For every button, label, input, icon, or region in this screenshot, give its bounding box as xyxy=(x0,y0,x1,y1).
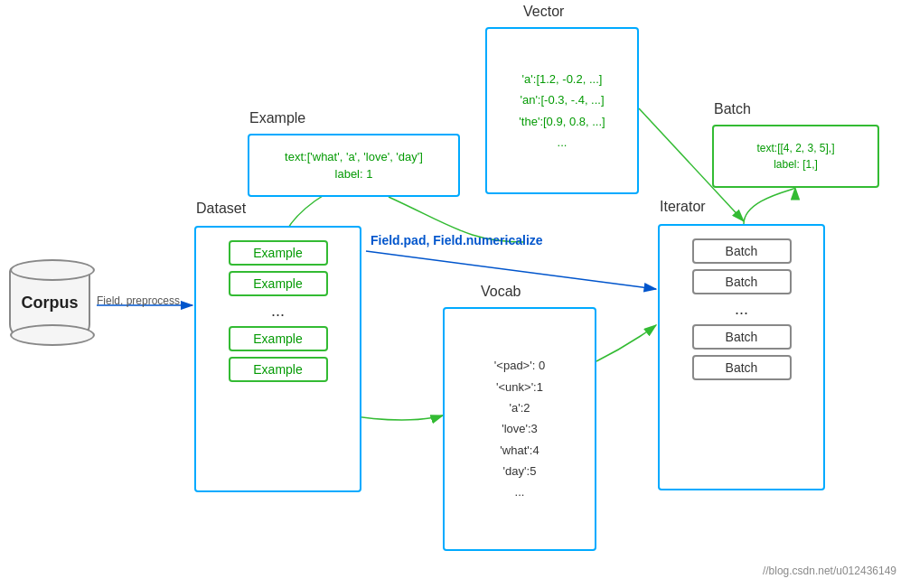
iterator-batch-1: Batch xyxy=(692,238,792,264)
vocab-line1: '<pad>': 0 xyxy=(494,359,545,372)
iterator-title: Iterator xyxy=(660,199,706,215)
example-line2: label: 1 xyxy=(335,167,373,181)
batch-line1: text:[[4, 2, 3, 5],] xyxy=(756,142,834,154)
diagram-container: Corpus Field. preprocess Dataset Example… xyxy=(0,0,910,588)
example-top-box: Example text:['what', 'a', 'love', 'day'… xyxy=(248,134,460,197)
dataset-box: Dataset Example Example ... Example Exam… xyxy=(194,226,361,492)
example-line1: text:['what', 'a', 'love', 'day'] xyxy=(285,150,423,163)
vector-line3: 'the':[0.9, 0.8, ...] xyxy=(519,115,605,128)
vector-line2: 'an':[-0.3, -.4, ...] xyxy=(520,93,604,107)
vocab-line6: 'day':5 xyxy=(503,464,537,478)
vocab-line2: '<unk>':1 xyxy=(496,380,543,394)
batch-line2: label: [1,] xyxy=(774,158,818,171)
vocab-line4: 'love':3 xyxy=(502,422,538,435)
dataset-example-4: Example xyxy=(229,357,328,382)
vector-line1: 'a':[1.2, -0.2, ...] xyxy=(522,72,603,86)
vector-box: Vector 'a':[1.2, -0.2, ...] 'an':[-0.3, … xyxy=(485,27,639,194)
vocab-line3: 'a':2 xyxy=(509,401,530,415)
vocab-title: Vocab xyxy=(481,284,521,300)
vocab-dots: ... xyxy=(515,485,525,499)
batch-top-content: text:[[4, 2, 3, 5],] label: [1,] xyxy=(756,140,834,173)
dataset-title: Dataset xyxy=(196,201,246,217)
watermark: //blog.csdn.net/u012436149 xyxy=(763,565,896,577)
vocab-content: '<pad>': 0 '<unk>':1 'a':2 'love':3 'wha… xyxy=(494,355,545,503)
field-pad-label: Field.pad, Field.numericalize xyxy=(371,233,543,247)
iterator-box: Iterator Batch Batch ... Batch Batch xyxy=(658,224,825,490)
iterator-batch-3: Batch xyxy=(692,324,792,350)
iterator-batch-2: Batch xyxy=(692,269,792,294)
dataset-dots: ... xyxy=(203,302,352,321)
dataset-example-3: Example xyxy=(229,326,328,351)
vocab-line5: 'what':4 xyxy=(500,443,539,457)
iterator-dots: ... xyxy=(667,300,816,319)
batch-top-box: Batch text:[[4, 2, 3, 5],] label: [1,] xyxy=(712,125,879,188)
vector-title: Vector xyxy=(523,4,564,20)
iterator-batch-4: Batch xyxy=(692,355,792,380)
corpus-scroll: Corpus xyxy=(9,266,90,339)
dataset-example-2: Example xyxy=(229,271,328,296)
vector-content: 'a':[1.2, -0.2, ...] 'an':[-0.3, -.4, ..… xyxy=(519,69,605,154)
field-preprocess-label: Field. preprocess xyxy=(97,294,180,307)
example-top-title: Example xyxy=(249,110,305,126)
batch-top-title: Batch xyxy=(714,101,751,117)
corpus-box: Corpus xyxy=(9,266,95,348)
vocab-box: Vocab '<pad>': 0 '<unk>':1 'a':2 'love':… xyxy=(443,307,596,551)
dataset-example-1: Example xyxy=(229,240,328,266)
vector-dots: ... xyxy=(558,135,568,149)
example-top-content: text:['what', 'a', 'love', 'day'] label:… xyxy=(285,148,423,183)
corpus-label: Corpus xyxy=(22,294,79,313)
